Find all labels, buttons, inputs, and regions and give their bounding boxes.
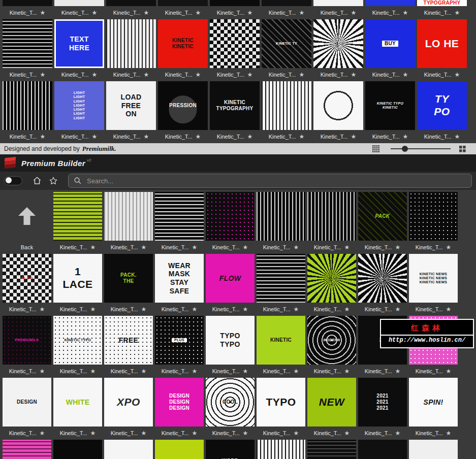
favorite-star-icon[interactable]: ★	[351, 134, 357, 140]
back-button[interactable]	[3, 192, 51, 241]
favorite-star-icon[interactable]: ★	[144, 72, 149, 78]
template-thumbnail[interactable]: WHITE	[53, 378, 102, 427]
favorite-star-icon[interactable]: ★	[40, 306, 45, 312]
template-thumbnail[interactable]	[53, 192, 102, 241]
template-thumbnail[interactable]	[262, 0, 311, 6]
favorite-star-icon[interactable]: ★	[90, 306, 96, 312]
favorite-star-icon[interactable]: ★	[141, 244, 147, 250]
favorite-star-icon[interactable]: ★	[294, 368, 299, 374]
template-thumbnail[interactable]	[3, 19, 52, 68]
favorite-star-icon[interactable]: ★	[144, 10, 149, 16]
template-thumbnail[interactable]: KINETIC TYPO KINETIC	[365, 81, 415, 130]
favorite-star-icon[interactable]: ★	[40, 430, 45, 436]
template-thumbnail[interactable]: MODERN	[307, 316, 356, 365]
favorite-star-icon[interactable]: ★	[299, 10, 305, 16]
template-thumbnail[interactable]	[313, 0, 363, 6]
favorite-star-icon[interactable]: ★	[455, 72, 460, 78]
favorite-star-icon[interactable]: ★	[299, 72, 305, 78]
favorite-star-icon[interactable]: ★	[395, 244, 401, 250]
template-thumbnail[interactable]: DESIGN	[3, 378, 51, 427]
template-thumbnail[interactable]: WIP	[3, 440, 51, 459]
template-thumbnail[interactable]: KINETIC TYPOGRAPHY	[210, 81, 260, 130]
template-thumbnail[interactable]: KINETIC NEWS KINETIC NEWS KINETIC NEWS	[409, 254, 458, 303]
template-thumbnail[interactable]	[106, 0, 156, 6]
template-thumbnail[interactable]: COOL	[206, 378, 255, 427]
favorite-star-icon[interactable]: ★	[395, 306, 401, 312]
template-thumbnail[interactable]: KINETIC KINETIC	[158, 19, 208, 68]
favorite-star-icon[interactable]: ★	[144, 134, 149, 140]
template-thumbnail[interactable]: TYPO	[257, 378, 305, 427]
slider-knob[interactable]	[402, 146, 408, 152]
template-thumbnail[interactable]	[313, 81, 363, 130]
favorite-star-icon[interactable]: ★	[192, 306, 198, 312]
template-thumbnail[interactable]: PACK	[358, 192, 407, 241]
template-thumbnail[interactable]	[3, 0, 52, 6]
template-thumbnail[interactable]	[257, 254, 305, 303]
template-thumbnail[interactable]: PREMIUMILK	[3, 316, 51, 365]
favorite-star-icon[interactable]: ★	[40, 72, 46, 78]
template-thumbnail[interactable]: LIGHT LIGHT LIGHT LIGHT LIGHT LIGHT LIGH…	[54, 81, 104, 130]
template-thumbnail[interactable]	[206, 192, 255, 241]
template-thumbnail[interactable]	[307, 254, 356, 303]
template-thumbnail[interactable]	[54, 0, 104, 6]
template-thumbnail[interactable]: KINETIC TERPOS	[409, 440, 458, 459]
template-thumbnail[interactable]	[262, 81, 311, 130]
favorite-star-icon[interactable]: ★	[351, 10, 357, 16]
favorite-star-icon[interactable]: ★	[299, 134, 305, 140]
template-thumbnail[interactable]	[3, 81, 52, 130]
template-thumbnail[interactable]: 1 LACE	[53, 254, 102, 303]
template-thumbnail[interactable]: PRESSION	[158, 81, 208, 130]
template-thumbnail[interactable]	[104, 192, 153, 241]
template-thumbnail[interactable]	[155, 192, 204, 241]
favorite-star-icon[interactable]: ★	[446, 244, 452, 250]
template-thumbnail[interactable]: KINETIC	[257, 316, 305, 365]
template-thumbnail[interactable]: GO WORK GO WORK	[358, 440, 407, 459]
premiumilk-brand-link[interactable]: Premiumilk.	[82, 145, 116, 153]
favorite-star-icon[interactable]: ★	[446, 430, 452, 436]
favorite-star-icon[interactable]: ★	[344, 306, 350, 312]
template-thumbnail[interactable]: KINETIC TYPO	[53, 440, 102, 459]
favorite-star-icon[interactable]: ★	[243, 306, 248, 312]
favorite-star-icon[interactable]: ★	[403, 72, 408, 78]
template-thumbnail[interactable]: TY PO	[417, 81, 467, 130]
favorite-star-icon[interactable]: ★	[90, 430, 96, 436]
template-thumbnail[interactable]	[409, 192, 458, 241]
favorite-star-icon[interactable]: ★	[40, 10, 46, 16]
template-thumbnail[interactable]	[307, 440, 356, 459]
large-grid-icon[interactable]	[456, 142, 469, 155]
favorite-star-icon[interactable]: ★	[455, 10, 460, 16]
template-thumbnail[interactable]: FLOW	[206, 254, 255, 303]
favorite-star-icon[interactable]: ★	[92, 10, 98, 16]
favorite-star-icon[interactable]: ★	[90, 244, 96, 250]
favorite-star-icon[interactable]: ★	[92, 134, 98, 140]
template-thumbnail[interactable]: BUY	[365, 19, 415, 68]
favorite-star-icon[interactable]: ★	[294, 306, 299, 312]
favorite-star-icon[interactable]: ★	[446, 368, 452, 374]
template-thumbnail[interactable]	[158, 0, 208, 6]
search-box[interactable]	[68, 174, 472, 188]
favorite-star-icon[interactable]: ★	[344, 244, 350, 250]
favorite-star-icon[interactable]: ★	[192, 368, 198, 374]
template-thumbnail[interactable]	[257, 192, 305, 241]
favorite-star-icon[interactable]: ★	[40, 368, 45, 374]
template-thumbnail[interactable]: KINETIC TYPO	[53, 316, 102, 365]
favorite-star-icon[interactable]: ★	[344, 430, 350, 436]
favorite-star-icon[interactable]: ★	[243, 368, 248, 374]
template-thumbnail[interactable]: TYPOGRAPHY	[417, 0, 467, 6]
favorites-star-icon[interactable]	[47, 174, 60, 187]
favorite-star-icon[interactable]: ★	[455, 134, 460, 140]
favorite-star-icon[interactable]: ★	[196, 134, 201, 140]
template-thumbnail[interactable]: LO HE	[417, 19, 467, 68]
template-thumbnail[interactable]	[257, 440, 305, 459]
favorite-star-icon[interactable]: ★	[403, 10, 408, 16]
template-thumbnail[interactable]	[210, 0, 260, 6]
favorite-star-icon[interactable]: ★	[141, 430, 147, 436]
favorite-star-icon[interactable]: ★	[247, 72, 253, 78]
template-thumbnail[interactable]: KINETIC T	[104, 440, 153, 459]
favorite-star-icon[interactable]: ★	[395, 368, 401, 374]
home-icon[interactable]	[30, 174, 44, 187]
thumbnail-size-slider[interactable]	[391, 145, 451, 152]
template-thumbnail[interactable]: 2021 2021 2021	[358, 378, 407, 427]
favorite-star-icon[interactable]: ★	[294, 244, 299, 250]
favorite-star-icon[interactable]: ★	[141, 306, 147, 312]
